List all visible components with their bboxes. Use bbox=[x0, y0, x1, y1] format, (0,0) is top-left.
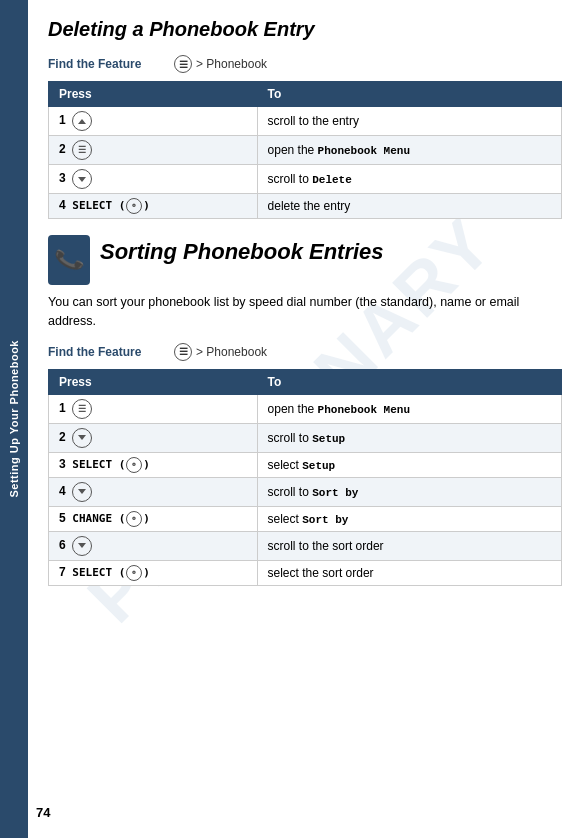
scroll-down-icon-3 bbox=[72, 482, 92, 502]
scroll-up-icon-1 bbox=[72, 111, 92, 131]
section2-desc: You can sort your phonebook list by spee… bbox=[48, 293, 562, 331]
change-btn-1: CHANGE (⚬) bbox=[72, 512, 150, 525]
delete-bold-1: Delete bbox=[312, 174, 352, 186]
sidebar-label: Setting Up Your Phonebook bbox=[8, 340, 20, 498]
scroll-down-icon-2 bbox=[72, 428, 92, 448]
table1-row4-press: 4 SELECT (⚬) bbox=[49, 194, 258, 219]
setup-bold-2: Setup bbox=[302, 460, 335, 472]
phone-icon: 📞 bbox=[53, 244, 86, 276]
table-row: 4 SELECT (⚬) delete the entry bbox=[49, 194, 562, 219]
table2-row3-press: 3 SELECT (⚬) bbox=[49, 452, 258, 477]
table1-row2-press: 2 ☰ bbox=[49, 136, 258, 165]
table-row: 1 scroll to the entry bbox=[49, 107, 562, 136]
table-row: 4 scroll to Sort by bbox=[49, 477, 562, 506]
table-row: 1 ☰ open the Phonebook Menu bbox=[49, 394, 562, 423]
table1-row3-action: scroll to Delete bbox=[257, 165, 561, 194]
change-circle-1: ⚬ bbox=[126, 511, 142, 527]
table1-row2-action: open the Phonebook Menu bbox=[257, 136, 561, 165]
find-feature-path-2: ☰ > Phonebook bbox=[174, 343, 267, 361]
table2-row5-press: 5 CHANGE (⚬) bbox=[49, 506, 258, 531]
find-feature-path-1: ☰ > Phonebook bbox=[174, 55, 267, 73]
find-feature-label-2: Find the Feature bbox=[48, 345, 158, 359]
section2-title: Sorting Phonebook Entries bbox=[100, 239, 384, 265]
find-feature-row-1: Find the Feature ☰ > Phonebook bbox=[48, 55, 562, 73]
table1-row4-action: delete the entry bbox=[257, 194, 561, 219]
table-row: 5 CHANGE (⚬) select Sort by bbox=[49, 506, 562, 531]
setup-bold-1: Setup bbox=[312, 433, 345, 445]
select-circle-1: ⚬ bbox=[126, 198, 142, 214]
find-feature-row-2: Find the Feature ☰ > Phonebook bbox=[48, 343, 562, 361]
phonebook-menu-bold-1: Phonebook Menu bbox=[318, 145, 410, 157]
table1-header-press: Press bbox=[49, 82, 258, 107]
menu-icon-2: ☰ bbox=[72, 140, 92, 160]
table-row: 2 scroll to Setup bbox=[49, 423, 562, 452]
note-icon-box: 📞 bbox=[48, 235, 90, 285]
table1-header-to: To bbox=[257, 82, 561, 107]
table1-row1-press: 1 bbox=[49, 107, 258, 136]
menu-icon-3: ☰ bbox=[174, 343, 192, 361]
table-row: 3 SELECT (⚬) select Setup bbox=[49, 452, 562, 477]
table2-row2-action: scroll to Setup bbox=[257, 423, 561, 452]
table2-row2-press: 2 bbox=[49, 423, 258, 452]
table2-header-press: Press bbox=[49, 369, 258, 394]
table2-row7-action: select the sort order bbox=[257, 560, 561, 585]
select-btn-2: SELECT (⚬) bbox=[72, 458, 150, 471]
table1-row3-press: 3 bbox=[49, 165, 258, 194]
select-btn-3: SELECT (⚬) bbox=[72, 566, 150, 579]
phonebook-menu-bold-2: Phonebook Menu bbox=[318, 404, 410, 416]
instruction-table-2: Press To 1 ☰ open the Phonebook Menu 2 s… bbox=[48, 369, 562, 586]
table2-row5-action: select Sort by bbox=[257, 506, 561, 531]
find-feature-path-text-1: > Phonebook bbox=[196, 57, 267, 71]
find-feature-label-1: Find the Feature bbox=[48, 57, 158, 71]
menu-icon-4: ☰ bbox=[72, 399, 92, 419]
table2-header-to: To bbox=[257, 369, 561, 394]
table2-row1-press: 1 ☰ bbox=[49, 394, 258, 423]
table-row: 3 scroll to Delete bbox=[49, 165, 562, 194]
table2-row4-action: scroll to Sort by bbox=[257, 477, 561, 506]
menu-icon-1: ☰ bbox=[174, 55, 192, 73]
note-area: 📞 Sorting Phonebook Entries bbox=[48, 235, 562, 285]
select-btn-1: SELECT (⚬) bbox=[72, 199, 150, 212]
sortby-bold-2: Sort by bbox=[302, 514, 348, 526]
table2-row1-action: open the Phonebook Menu bbox=[257, 394, 561, 423]
instruction-table-1: Press To 1 scroll to the entry 2 ☰ open … bbox=[48, 81, 562, 219]
section1-title: Deleting a Phonebook Entry bbox=[48, 18, 562, 41]
sidebar: Setting Up Your Phonebook bbox=[0, 0, 28, 838]
select-circle-2: ⚬ bbox=[126, 457, 142, 473]
table-row: 2 ☰ open the Phonebook Menu bbox=[49, 136, 562, 165]
select-circle-3: ⚬ bbox=[126, 565, 142, 581]
table1-row1-action: scroll to the entry bbox=[257, 107, 561, 136]
scroll-down-icon-1 bbox=[72, 169, 92, 189]
scroll-down-icon-4 bbox=[72, 536, 92, 556]
table-row: 6 scroll to the sort order bbox=[49, 531, 562, 560]
sortby-bold-1: Sort by bbox=[312, 487, 358, 499]
main-content: Deleting a Phonebook Entry Find the Feat… bbox=[28, 0, 582, 838]
find-feature-path-text-2: > Phonebook bbox=[196, 345, 267, 359]
table2-row7-press: 7 SELECT (⚬) bbox=[49, 560, 258, 585]
table2-row4-press: 4 bbox=[49, 477, 258, 506]
table2-row6-action: scroll to the sort order bbox=[257, 531, 561, 560]
table2-row6-press: 6 bbox=[49, 531, 258, 560]
table2-row3-action: select Setup bbox=[257, 452, 561, 477]
table-row: 7 SELECT (⚬) select the sort order bbox=[49, 560, 562, 585]
